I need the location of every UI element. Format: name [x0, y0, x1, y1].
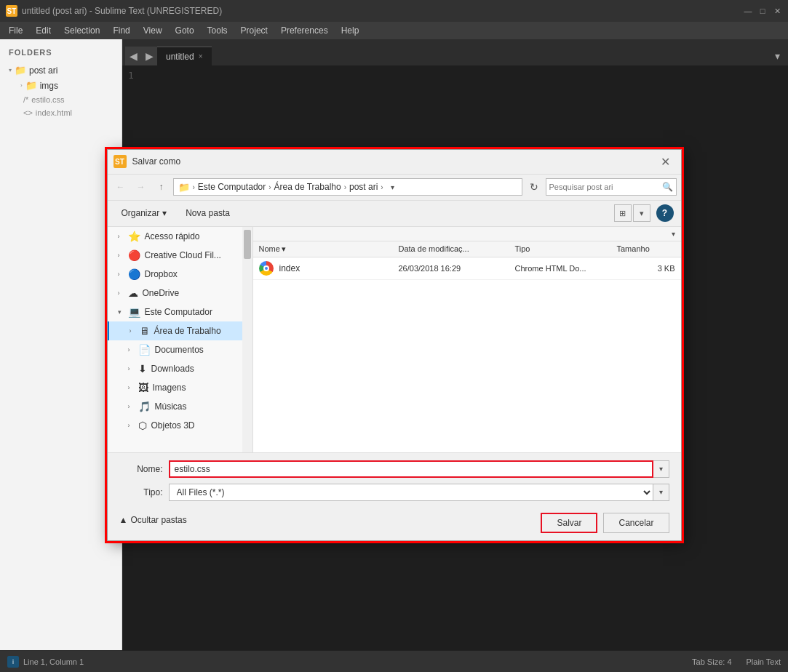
- tab-bar: ◀ ▶ untitled × ▾: [122, 39, 788, 65]
- nav-item-label: Creative Cloud Fil...: [145, 250, 221, 260]
- refresh-button[interactable]: ↻: [525, 178, 543, 196]
- desktop-icon: 🖥: [140, 325, 150, 337]
- menu-edit[interactable]: Edit: [30, 24, 57, 37]
- nav-item-downloads[interactable]: › ⬇ Downloads: [108, 359, 252, 378]
- sidebar-item-label: estilo.css: [31, 95, 64, 104]
- save-button[interactable]: Salvar: [541, 513, 597, 533]
- breadcrumb-dropdown-button[interactable]: ▾: [386, 179, 399, 195]
- nav-item-label: Este Computador: [145, 307, 212, 317]
- computer-icon: 💻: [128, 306, 140, 318]
- tab-nav-right[interactable]: ▶: [141, 47, 157, 65]
- breadcrumb-item-computador[interactable]: Este Computador: [198, 182, 266, 192]
- tab-nav-left[interactable]: ◀: [125, 47, 141, 65]
- menu-selection[interactable]: Selection: [58, 24, 106, 37]
- nav-item-musicas[interactable]: › 🎵 Músicas: [108, 397, 252, 416]
- menu-file[interactable]: File: [3, 24, 28, 37]
- tab-close-icon[interactable]: ×: [199, 52, 203, 60]
- organize-button[interactable]: Organizar ▾: [115, 205, 174, 221]
- nav-up-button[interactable]: ↑: [153, 178, 170, 196]
- breadcrumb-folder-icon: 📁: [178, 182, 190, 193]
- col-name[interactable]: Nome ▾: [259, 244, 399, 254]
- scroll-track[interactable]: [242, 227, 252, 452]
- nav-item-creative-cloud[interactable]: › 🔴 Creative Cloud Fil...: [108, 246, 252, 265]
- filename-input[interactable]: [169, 460, 653, 478]
- breadcrumb-item-postari[interactable]: post ari: [349, 182, 378, 192]
- chevron-right-icon: ›: [128, 422, 135, 429]
- maximize-button[interactable]: □: [757, 6, 768, 16]
- file-name-label: index: [279, 263, 301, 273]
- nav-item-acesso-rapido[interactable]: › ⭐ Acesso rápido: [108, 227, 252, 246]
- chrome-icon: [259, 261, 274, 276]
- chevron-right-icon: ›: [128, 365, 135, 372]
- breadcrumb-separator-2: ›: [268, 183, 271, 191]
- filetype-select[interactable]: All Files (*.*): [169, 484, 653, 501]
- menu-find[interactable]: Find: [107, 24, 135, 37]
- col-sort-icon: ▾: [282, 244, 286, 254]
- status-right: Tab Size: 4 Plain Text: [692, 657, 781, 666]
- help-button[interactable]: ?: [656, 204, 674, 222]
- nav-forward-button[interactable]: →: [132, 178, 150, 196]
- sidebar-item-imgs[interactable]: › 📁 imgs: [0, 78, 122, 93]
- nav-item-area-trabalho[interactable]: › 🖥 Área de Trabalho: [108, 321, 252, 340]
- expand-arrow-icon: ›: [20, 82, 23, 89]
- cancel-button[interactable]: Cancelar: [603, 513, 669, 533]
- hide-folders-label: Ocultar pastas: [130, 515, 186, 525]
- hide-folders-button[interactable]: ▲ Ocultar pastas: [119, 515, 187, 525]
- view-dropdown-button[interactable]: ▾: [633, 204, 650, 222]
- nav-item-imagens[interactable]: › 🖼 Imagens: [108, 378, 252, 397]
- nav-item-dropbox[interactable]: › 🔵 Dropbox: [108, 265, 252, 284]
- col-type[interactable]: Tipo: [515, 244, 617, 254]
- new-folder-button[interactable]: Nova pasta: [179, 205, 236, 221]
- nav-item-label: Dropbox: [145, 269, 178, 279]
- chevron-right-icon: ›: [118, 252, 125, 259]
- nav-item-onedrive[interactable]: › ☁ OneDrive: [108, 284, 252, 303]
- sidebar-item-index-html[interactable]: <> index.html: [0, 106, 122, 119]
- title-bar: ST untitled (post ari) - Sublime Text (U…: [0, 0, 788, 22]
- sort-dropdown-icon[interactable]: ▾: [672, 230, 675, 238]
- scroll-thumb[interactable]: [244, 230, 251, 259]
- dialog-close-button[interactable]: ✕: [656, 152, 675, 171]
- hide-folders-row: ▲ Ocultar pastas Salvar Cancelar: [119, 507, 669, 533]
- breadcrumb-item-trabalho[interactable]: Área de Trabalho: [274, 182, 341, 192]
- dialog-content: › ⭐ Acesso rápido › 🔴 Creative Cloud Fil…: [108, 227, 681, 452]
- nav-item-documentos[interactable]: › 📄 Documentos: [108, 340, 252, 359]
- search-input[interactable]: [549, 183, 662, 191]
- folder-icon: 📁: [15, 65, 26, 76]
- music-icon: 🎵: [138, 401, 151, 412]
- file-list-header: Nome ▾ Data de modificaç... Tipo Tamanho: [253, 241, 681, 257]
- tab-overflow-icon[interactable]: ▾: [769, 47, 785, 65]
- status-bar: i Line 1, Column 1 Tab Size: 4 Plain Tex…: [0, 650, 788, 672]
- nav-back-button[interactable]: ←: [112, 178, 130, 196]
- chevron-down-icon: ▾: [118, 308, 125, 316]
- minimize-button[interactable]: —: [743, 6, 753, 16]
- dialog-toolbar: Organizar ▾ Nova pasta ⊞ ▾ ?: [108, 201, 681, 227]
- close-button[interactable]: ✕: [772, 6, 782, 16]
- col-type-label: Tipo: [515, 244, 530, 253]
- col-size[interactable]: Tamanho: [617, 244, 675, 254]
- file-row-index[interactable]: index 26/03/2018 16:29 Chrome HTML Do...…: [253, 257, 681, 280]
- editor-tab-untitled[interactable]: untitled ×: [157, 47, 212, 65]
- menu-preferences[interactable]: Preferences: [275, 24, 334, 37]
- sidebar-item-estilo-css[interactable]: /* estilo.css: [0, 93, 122, 106]
- nav-item-objetos-3d[interactable]: › ⬡ Objetos 3D: [108, 416, 252, 435]
- menu-view[interactable]: View: [138, 24, 168, 37]
- dropbox-icon: 🔵: [128, 268, 140, 280]
- creative-cloud-icon: 🔴: [128, 249, 140, 261]
- chevron-right-icon: ›: [118, 289, 125, 297]
- documents-icon: 📄: [138, 344, 151, 356]
- filetype-dropdown-button[interactable]: ▾: [653, 484, 669, 501]
- menu-help[interactable]: Help: [335, 24, 365, 37]
- name-label: Nome:: [119, 464, 163, 474]
- nav-item-label: Imagens: [153, 383, 186, 393]
- sidebar-item-post-ari[interactable]: ▾ 📁 post ari: [0, 63, 122, 78]
- col-date[interactable]: Data de modificaç...: [399, 244, 515, 254]
- nav-item-label: Acesso rápido: [145, 231, 200, 241]
- menu-project[interactable]: Project: [235, 24, 274, 37]
- nav-item-este-computador[interactable]: ▾ 💻 Este Computador: [108, 303, 252, 321]
- filename-dropdown-button[interactable]: ▾: [653, 460, 669, 478]
- organize-label: Organizar: [122, 208, 160, 218]
- dialog-actions: Salvar Cancelar: [541, 513, 669, 533]
- view-icon-button[interactable]: ⊞: [614, 204, 632, 222]
- menu-goto[interactable]: Goto: [170, 24, 200, 37]
- menu-tools[interactable]: Tools: [202, 24, 234, 37]
